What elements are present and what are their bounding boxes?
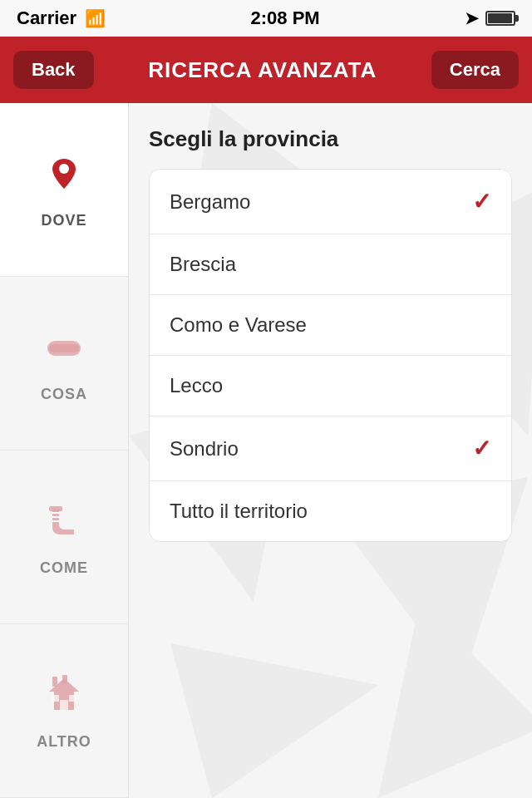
boot-icon [41, 498, 87, 554]
svg-rect-13 [52, 677, 57, 687]
battery-icon [485, 11, 515, 26]
sidebar-label-cosa: COSA [41, 386, 87, 403]
province-item-tutto[interactable]: Tutto il territorio [150, 481, 511, 541]
province-item-bergamo[interactable]: Bergamo✓ [150, 170, 511, 234]
sidebar-item-come[interactable]: COME [0, 451, 128, 624]
status-right: ➤ [465, 8, 515, 28]
content-panel: Scegli la provincia Bergamo✓BresciaComo … [129, 103, 532, 798]
svg-rect-10 [52, 695, 59, 702]
province-name-bergamo: Bergamo [170, 190, 250, 214]
province-item-lecco[interactable]: Lecco [150, 356, 511, 416]
nav-bar: Back RICERCA AVANZATA Cerca [0, 37, 532, 103]
wifi-icon: 📶 [85, 8, 106, 28]
svg-rect-14 [62, 675, 67, 683]
status-time: 2:08 PM [251, 7, 320, 29]
battery-fill [488, 13, 512, 23]
sidebar-label-dove: DOVE [41, 212, 86, 229]
sidebar-label-come: COME [40, 559, 88, 577]
svg-rect-12 [60, 700, 68, 710]
main-container: DOVE COSA [0, 103, 532, 798]
carrier-label: Carrier [17, 7, 76, 29]
province-item-como-varese[interactable]: Como e Varese [150, 295, 511, 356]
province-item-sondrio[interactable]: Sondrio✓ [150, 416, 511, 481]
sidebar-label-altro: ALTRO [37, 733, 91, 751]
sidebar: DOVE COSA [0, 103, 129, 798]
svg-point-3 [59, 164, 69, 174]
sidebar-item-altro[interactable]: ALTRO [0, 624, 128, 798]
location-icon: ➤ [465, 8, 479, 28]
map-pin-icon [41, 150, 87, 207]
svg-marker-20 [378, 602, 532, 798]
province-name-lecco: Lecco [170, 374, 223, 397]
province-name-sondrio: Sondrio [170, 437, 239, 461]
status-left: Carrier 📶 [17, 7, 106, 29]
svg-rect-6 [49, 506, 62, 511]
house-icon [41, 672, 87, 728]
province-name-como-varese: Como e Varese [170, 313, 307, 337]
svg-rect-5 [49, 344, 79, 352]
svg-rect-11 [69, 695, 76, 702]
svg-marker-19 [170, 643, 378, 798]
section-title: Scegli la provincia [149, 126, 512, 152]
province-list: Bergamo✓BresciaComo e VareseLeccoSondrio… [149, 169, 512, 542]
check-icon-bergamo: ✓ [472, 188, 491, 215]
province-item-brescia[interactable]: Brescia [150, 234, 511, 295]
status-bar: Carrier 📶 2:08 PM ➤ [0, 0, 532, 37]
nav-title: RICERCA AVANZATA [148, 57, 377, 83]
sidebar-item-dove[interactable]: DOVE [0, 103, 128, 277]
check-icon-sondrio: ✓ [472, 435, 491, 462]
sidebar-item-cosa[interactable]: COSA [0, 277, 128, 451]
brush-icon [41, 324, 87, 381]
province-name-brescia: Brescia [170, 253, 236, 276]
back-button[interactable]: Back [13, 51, 94, 89]
province-name-tutto: Tutto il territorio [170, 500, 308, 523]
cerca-button[interactable]: Cerca [431, 51, 519, 89]
